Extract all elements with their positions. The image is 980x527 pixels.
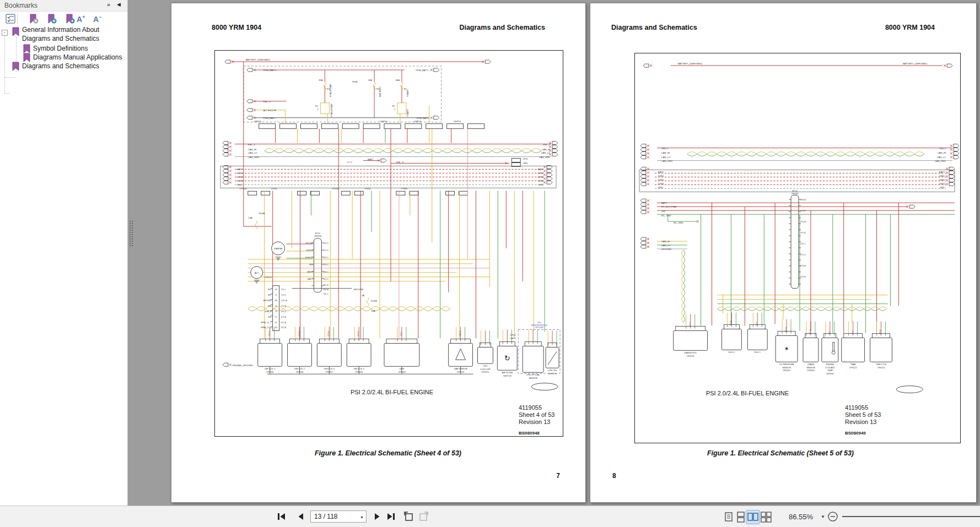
svg-text:14V: 14V	[661, 210, 666, 213]
svg-text:SD1: SD1	[268, 316, 272, 318]
svg-text:TMAP: TMAP	[850, 363, 857, 366]
svg-text:5VR1: 5VR1	[538, 172, 544, 175]
svg-text:CAN_HI: CAN_HI	[661, 151, 670, 154]
svg-text:STARTER: STARTER	[274, 248, 283, 250]
increase-text-icon[interactable]: A+	[77, 14, 88, 25]
svg-text:SENSOR: SENSOR	[806, 367, 815, 369]
continuous-view-icon[interactable]	[734, 510, 747, 524]
sheet-number: Sheet 5 of 53	[845, 411, 881, 419]
svg-text:CAN_GRD: CAN_GRD	[935, 160, 946, 162]
bookmark-item-diagrams-and-schematics[interactable]: Diagrams and Schematics	[22, 62, 99, 70]
svg-text:EGR_H: EGR_H	[265, 311, 272, 313]
locate-bookmark-icon[interactable]	[64, 13, 76, 24]
svg-text:901-B: 901-B	[323, 284, 329, 286]
svg-text:33: 33	[275, 327, 277, 329]
svg-text:RLY: RLY	[268, 294, 272, 296]
chevron-down-icon[interactable]: ▼	[360, 515, 364, 519]
bookmark-item-diagrams-manual-applications[interactable]: Diagrams Manual Applications	[33, 53, 122, 61]
bookmark-item-general-information[interactable]: General Information About Diagrams and S…	[22, 25, 121, 43]
panel-collapse-icon[interactable]: ◀	[117, 2, 121, 7]
last-page-button[interactable]	[385, 510, 397, 523]
svg-text:5VR3: 5VR3	[237, 180, 243, 182]
svg-text:CAN_LO: CAN_LO	[936, 156, 946, 159]
previous-page-button[interactable]	[295, 510, 307, 523]
tree-guide-line	[4, 93, 10, 94]
svg-text:IKL_GND: IKL_GND	[674, 221, 683, 224]
page-number-input[interactable]: 13 / 118 ▼	[310, 510, 367, 523]
first-page-button[interactable]	[276, 510, 288, 523]
svg-text:CPS275: CPS275	[482, 371, 489, 373]
status-bar: 13 / 118 ▼ 86.55% ▼	[0, 506, 980, 527]
svg-text:5VR2: 5VR2	[538, 176, 544, 178]
zoom-level[interactable]: 86.55%	[789, 513, 813, 521]
svg-text:OPTIONS: OPTIONS	[535, 327, 543, 329]
svg-text:CPS71: CPS71	[510, 334, 516, 336]
svg-text:CRP13: CRP13	[454, 120, 461, 123]
facing-view-icon[interactable]	[746, 510, 760, 524]
svg-text:IGN COIL 3: IGN COIL 3	[324, 368, 335, 370]
svg-text:851-A: 851-A	[298, 331, 300, 336]
svg-text:RL1: RL1	[268, 289, 271, 291]
svg-text:BATT: BATT	[939, 171, 945, 173]
svg-text:CPS55: CPS55	[364, 188, 370, 190]
add-bookmark-icon[interactable]	[46, 13, 57, 24]
svg-text:275-A: 275-A	[785, 327, 787, 333]
svg-text:CPS214: CPS214	[265, 276, 272, 279]
svg-text:GRD: GRD	[539, 183, 543, 186]
delete-bookmark-icon[interactable]	[28, 13, 39, 24]
decrease-text-icon[interactable]: A−	[93, 14, 104, 25]
svg-text:CRS280: CRS280	[314, 235, 322, 237]
svg-text:BATT: BATT	[658, 171, 664, 173]
svg-text:DBW: DBW	[400, 368, 405, 370]
svg-text:IN EXT2: IN EXT2	[305, 257, 313, 259]
page-header-left: 8000 YRM 1904	[212, 24, 261, 31]
svg-text:378-A: 378-A	[800, 265, 806, 267]
bookmarks-options-icon[interactable]: »	[107, 1, 110, 8]
zoom-slider[interactable]	[842, 510, 980, 523]
svg-text:75: 75	[275, 311, 277, 313]
chevron-down-icon[interactable]: ▼	[821, 514, 825, 519]
svg-text:1354-A: 1354-A	[281, 300, 288, 302]
svg-text:ENGINE: ENGINE	[826, 363, 834, 366]
svg-text:5VR2: 5VR2	[658, 178, 664, 181]
svg-text:5VR3: 5VR3	[658, 182, 664, 185]
sheet-number: Sheet 4 of 53	[519, 411, 554, 419]
svg-text:IGN COIL 1: IGN COIL 1	[265, 368, 275, 370]
svg-text:5A: 5A	[362, 294, 364, 297]
svg-text:CRS280: CRS280	[791, 193, 799, 195]
svg-text:20A: 20A	[319, 79, 323, 82]
zoom-out-icon[interactable]	[827, 510, 839, 523]
svg-text:BATT: BATT	[538, 168, 544, 171]
svg-text:45: 45	[275, 305, 277, 307]
single-page-view-icon[interactable]	[722, 510, 735, 524]
svg-text:SYS PN: SYS PN	[305, 242, 313, 245]
svg-text:CRANK: CRANK	[807, 363, 814, 366]
svg-text:IKL_GND: IKL_GND	[661, 214, 671, 217]
svg-text:5VR3: 5VR3	[939, 182, 945, 185]
previous-view-icon[interactable]	[402, 510, 414, 523]
svg-text:ALT: ALT	[255, 271, 259, 274]
bookmark-options-icon[interactable]	[5, 13, 16, 24]
svg-text:CAN_LO: CAN_LO	[248, 152, 257, 155]
figure-caption: Figure 1. Electrical Schematic (Sheet 5 …	[707, 449, 854, 457]
svg-text:136-2: 136-2	[323, 293, 328, 295]
bookmark-item-symbol-definitions[interactable]: Symbol Definitions	[33, 45, 88, 52]
svg-text:CRP15: CRP15	[254, 120, 261, 123]
svg-text:GRD: GRD	[940, 186, 945, 189]
next-page-button[interactable]	[371, 510, 383, 523]
svg-text:CAN_HI: CAN_HI	[661, 240, 670, 243]
svg-text:5VR2: 5VR2	[237, 176, 243, 178]
continuous-facing-view-icon[interactable]	[760, 510, 773, 524]
svg-text:RL: RL	[315, 105, 319, 107]
panel-resize-grip[interactable]	[129, 220, 134, 247]
svg-text:211-D: 211-D	[323, 249, 329, 252]
page-field-value[interactable]: 13 / 118	[314, 513, 337, 520]
bookmark-flag-icon	[23, 53, 30, 62]
expander-minus[interactable]: -	[2, 30, 8, 36]
svg-text:5VR2: 5VR2	[939, 178, 945, 181]
svg-text:851-A: 851-A	[281, 322, 287, 324]
document-area: 8000 YRM 1904 Diagrams and Schematics IG…	[128, 0, 980, 506]
svg-text:BATTERY_(UNFUSED): BATTERY_(UNFUSED)	[246, 58, 271, 61]
svg-text:FUEL/PUMP: FUEL/PUMP	[330, 104, 333, 117]
next-view-icon[interactable]	[418, 510, 430, 523]
